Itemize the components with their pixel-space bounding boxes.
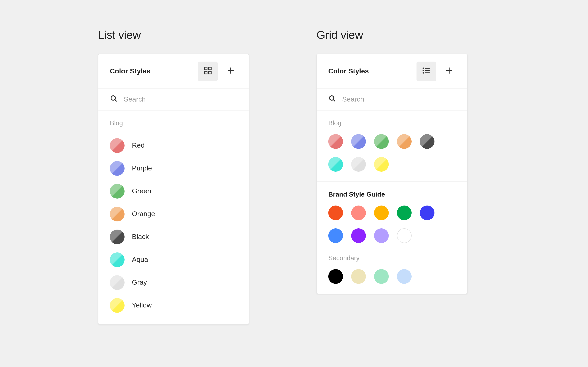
group-title: Blog bbox=[328, 119, 456, 127]
grid-icon bbox=[203, 66, 212, 77]
list-icon bbox=[422, 66, 431, 77]
svg-rect-3 bbox=[209, 71, 211, 74]
panel-header: Color Styles bbox=[317, 54, 467, 89]
color-swatch bbox=[110, 207, 125, 221]
svg-point-16 bbox=[329, 96, 334, 100]
color-swatch[interactable] bbox=[397, 206, 412, 220]
color-swatch[interactable] bbox=[351, 228, 366, 243]
color-swatch[interactable] bbox=[397, 228, 412, 243]
color-swatch[interactable] bbox=[351, 206, 366, 220]
color-swatch[interactable] bbox=[351, 157, 366, 172]
color-swatch bbox=[110, 230, 125, 244]
color-swatch[interactable] bbox=[374, 206, 389, 220]
panel-title: Color Styles bbox=[110, 67, 150, 75]
color-list-item[interactable]: Black bbox=[110, 225, 237, 248]
panel-header: Color Styles bbox=[98, 54, 249, 89]
color-list-item[interactable]: Gray bbox=[110, 271, 237, 294]
header-actions bbox=[416, 62, 459, 81]
subgroup-title: Secondary bbox=[328, 254, 456, 262]
grid-view-toggle-button[interactable] bbox=[198, 62, 218, 81]
color-list-item[interactable]: Purple bbox=[110, 157, 237, 180]
color-list-item[interactable]: Yellow bbox=[110, 294, 237, 317]
grid-view-column: Grid view Color Styles bbox=[316, 29, 467, 325]
color-label: Purple bbox=[132, 164, 152, 173]
list-view-heading: List view bbox=[98, 29, 249, 42]
svg-rect-1 bbox=[209, 67, 211, 70]
search-row bbox=[317, 89, 467, 110]
color-swatch bbox=[110, 184, 125, 199]
add-style-button[interactable] bbox=[439, 62, 459, 81]
color-swatch bbox=[110, 161, 125, 176]
color-label: Aqua bbox=[132, 256, 148, 264]
header-actions bbox=[198, 62, 241, 81]
color-swatch bbox=[110, 298, 125, 313]
color-list-item[interactable]: Aqua bbox=[110, 248, 237, 271]
search-icon bbox=[328, 95, 337, 104]
color-swatch bbox=[110, 252, 125, 267]
color-label: Gray bbox=[132, 278, 147, 287]
plus-icon bbox=[226, 66, 235, 77]
color-swatch[interactable] bbox=[397, 134, 412, 149]
swatch-grid bbox=[328, 269, 456, 290]
svg-point-10 bbox=[423, 70, 424, 71]
color-label: Black bbox=[132, 233, 149, 241]
color-swatch[interactable] bbox=[374, 134, 389, 149]
svg-point-8 bbox=[423, 68, 424, 69]
search-icon bbox=[110, 95, 118, 104]
color-swatch[interactable] bbox=[420, 206, 434, 220]
color-label: Red bbox=[132, 142, 145, 150]
color-swatch[interactable] bbox=[351, 269, 366, 284]
list-view-toggle-button[interactable] bbox=[416, 62, 436, 81]
search-input[interactable] bbox=[124, 95, 237, 104]
color-list-item[interactable]: Red bbox=[110, 134, 237, 157]
color-label: Orange bbox=[132, 210, 155, 218]
color-swatch[interactable] bbox=[374, 228, 389, 243]
swatch-grid bbox=[328, 206, 456, 249]
grid-view-panel: Color Styles bbox=[316, 54, 467, 294]
list-view-column: List view Color Styles bbox=[98, 29, 249, 325]
color-swatch[interactable] bbox=[328, 269, 343, 284]
color-list-item[interactable]: Orange bbox=[110, 203, 237, 225]
color-list-item[interactable]: Green bbox=[110, 180, 237, 203]
svg-point-6 bbox=[111, 96, 116, 100]
color-swatch[interactable] bbox=[420, 134, 434, 149]
color-label: Green bbox=[132, 187, 151, 195]
svg-line-17 bbox=[333, 100, 335, 101]
color-swatch[interactable] bbox=[328, 134, 343, 149]
color-swatch[interactable] bbox=[328, 228, 343, 243]
list-view-panel: Color Styles bbox=[98, 54, 249, 325]
color-swatch bbox=[110, 138, 125, 153]
svg-rect-0 bbox=[205, 67, 207, 70]
search-input[interactable] bbox=[342, 95, 456, 104]
color-swatch[interactable] bbox=[374, 269, 389, 284]
color-swatch[interactable] bbox=[351, 134, 366, 149]
svg-line-7 bbox=[115, 100, 117, 101]
search-row bbox=[98, 89, 249, 110]
color-label: Yellow bbox=[132, 301, 152, 309]
color-swatch[interactable] bbox=[397, 269, 412, 284]
grid-view-heading: Grid view bbox=[316, 29, 467, 42]
swatch-grid bbox=[328, 134, 456, 177]
plus-icon bbox=[445, 66, 454, 77]
svg-rect-2 bbox=[205, 71, 207, 74]
color-swatch[interactable] bbox=[328, 157, 343, 172]
color-swatch bbox=[110, 275, 125, 290]
svg-point-12 bbox=[423, 72, 424, 73]
panel-title: Color Styles bbox=[328, 67, 369, 75]
group-title: Brand Style Guide bbox=[328, 191, 456, 198]
color-swatch[interactable] bbox=[374, 157, 389, 172]
color-swatch[interactable] bbox=[328, 206, 343, 220]
group-title-blog: Blog bbox=[110, 119, 237, 127]
add-style-button[interactable] bbox=[221, 62, 241, 81]
